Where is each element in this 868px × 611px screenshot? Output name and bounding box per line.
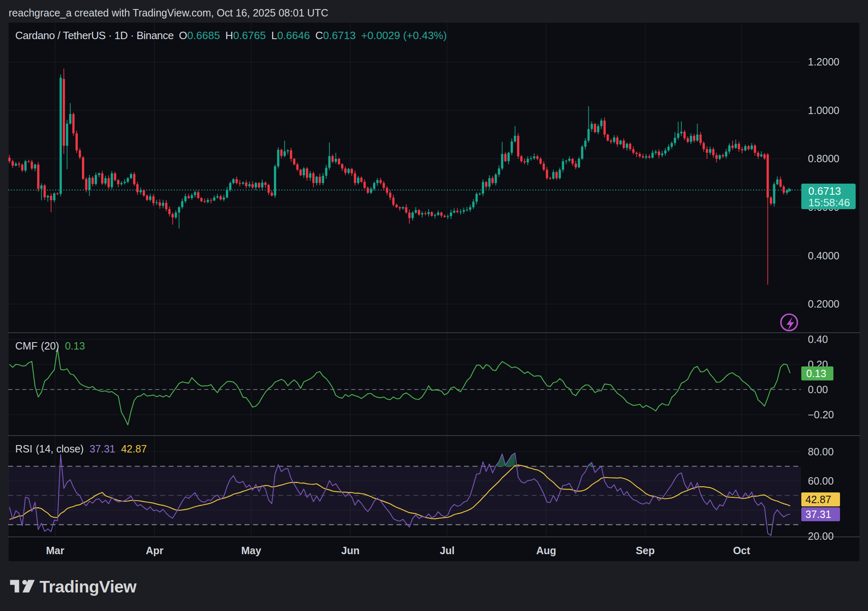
svg-text:reachgrace_a created with Trad: reachgrace_a created with TradingView.co… (9, 7, 328, 19)
svg-text:37.31: 37.31 (805, 508, 831, 520)
svg-text:0.4000: 0.4000 (808, 250, 839, 261)
svg-text:Sep: Sep (636, 545, 655, 556)
svg-text:0.6713: 0.6713 (808, 185, 841, 197)
svg-text:Cardano / TetherUS · 1D · Bina: Cardano / TetherUS · 1D · BinanceO0.6685… (15, 29, 447, 42)
svg-text:0.00: 0.00 (808, 384, 828, 395)
svg-text:Oct: Oct (733, 545, 750, 556)
svg-text:Jun: Jun (341, 545, 359, 556)
svg-text:Mar: Mar (46, 545, 65, 556)
svg-text:Apr: Apr (146, 545, 163, 556)
svg-text:20.00: 20.00 (808, 530, 834, 542)
svg-text:TradingView: TradingView (40, 577, 137, 596)
svg-text:1.0000: 1.0000 (808, 105, 839, 116)
svg-text:May: May (241, 545, 261, 556)
svg-text:15:58:46: 15:58:46 (808, 196, 850, 209)
svg-text:60.00: 60.00 (808, 475, 834, 487)
svg-text:42.87: 42.87 (805, 494, 831, 505)
svg-text:Jul: Jul (440, 545, 455, 556)
svg-text:CMF(20)0.13: CMF(20)0.13 (15, 340, 85, 352)
svg-text:0.8000: 0.8000 (808, 153, 839, 164)
svg-text:80.00: 80.00 (808, 446, 834, 457)
svg-text:−0.20: −0.20 (808, 409, 834, 420)
svg-text:1.2000: 1.2000 (808, 56, 839, 68)
svg-text:0.40: 0.40 (808, 333, 828, 345)
svg-text:0.13: 0.13 (806, 368, 826, 379)
svg-text:Aug: Aug (536, 545, 556, 556)
svg-text:0.2000: 0.2000 (808, 298, 839, 310)
